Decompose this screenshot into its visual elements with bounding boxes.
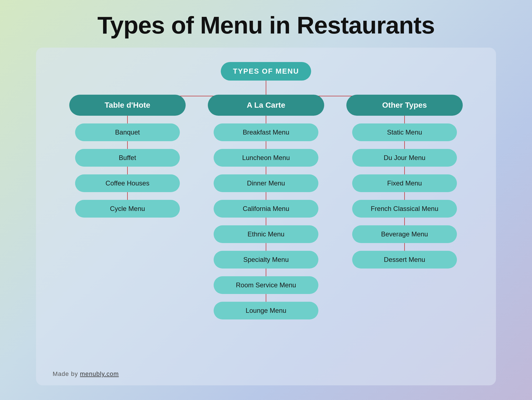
vert-line xyxy=(266,192,266,200)
page-title: Types of Menu in Restaurants xyxy=(97,11,434,39)
list-item: French Classical Menu xyxy=(352,200,457,218)
list-item: Room Service Menu xyxy=(214,276,318,294)
watermark: Made by menubly.com xyxy=(53,370,119,378)
list-item: Cycle Menu xyxy=(75,200,180,218)
list-item: Lounge Menu xyxy=(214,302,318,319)
column-table-dhote: Table d'Hote Banquet Buffet Coffee House… xyxy=(69,95,186,319)
vert-line xyxy=(127,167,128,174)
list-item: Coffee Houses xyxy=(75,174,180,192)
vert-line xyxy=(266,167,266,174)
list-item: California Menu xyxy=(214,200,318,218)
diagram-container: TYPES OF MENU Table d'Hote Banquet Buffe… xyxy=(36,48,496,385)
list-item: Ethnic Menu xyxy=(214,225,318,243)
vert-line xyxy=(266,141,266,149)
list-item: Du Jour Menu xyxy=(352,149,457,167)
watermark-link[interactable]: menubly.com xyxy=(80,370,119,377)
list-item: Buffet xyxy=(75,149,180,167)
list-item: Luncheon Menu xyxy=(214,149,318,167)
root-node: TYPES OF MENU xyxy=(221,62,311,81)
vert-line xyxy=(266,294,266,302)
list-item: Beverage Menu xyxy=(352,225,457,243)
column-a-la-carte: A La Carte Breakfast Menu Luncheon Menu … xyxy=(208,95,324,319)
vert-line xyxy=(404,192,405,200)
vert-line xyxy=(266,269,266,276)
vert-line xyxy=(404,116,405,123)
vert-line xyxy=(266,218,266,225)
vert-line xyxy=(266,243,266,251)
list-item: Static Menu xyxy=(352,123,457,141)
vert-line xyxy=(127,192,128,200)
vert-line xyxy=(266,116,266,123)
vert-line xyxy=(127,116,128,123)
vert-line xyxy=(127,141,128,149)
list-item: Dessert Menu xyxy=(352,251,457,269)
vert-line xyxy=(404,243,405,251)
list-item: Fixed Menu xyxy=(352,174,457,192)
list-item: Specialty Menu xyxy=(214,251,318,269)
cat-node-a-la-carte: A La Carte xyxy=(208,95,324,116)
columns-container: Table d'Hote Banquet Buffet Coffee House… xyxy=(36,95,496,319)
vert-line xyxy=(404,218,405,225)
cat-node-other-types: Other Types xyxy=(346,95,463,116)
column-other-types: Other Types Static Menu Du Jour Menu Fix… xyxy=(346,95,463,319)
vert-line xyxy=(404,167,405,174)
list-item: Breakfast Menu xyxy=(214,123,318,141)
vert-line xyxy=(404,141,405,149)
list-item: Dinner Menu xyxy=(214,174,318,192)
cat-node-table-dhote: Table d'Hote xyxy=(69,95,186,116)
list-item: Banquet xyxy=(75,123,180,141)
